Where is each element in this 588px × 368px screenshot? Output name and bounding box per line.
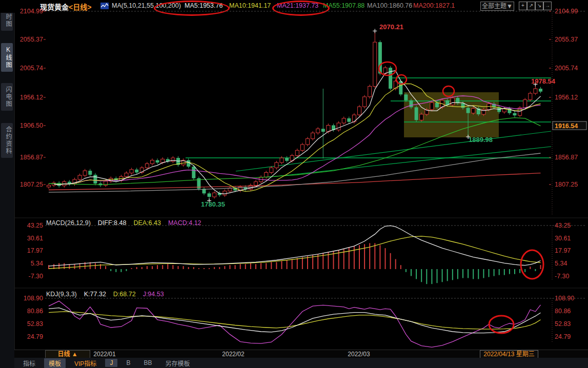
toolbar-item-3[interactable]: VIP指标	[70, 358, 101, 368]
ma-value-label: MA10:1941.17	[229, 2, 271, 9]
svg-text:-7.30: -7.30	[555, 273, 570, 280]
sidebar-tab-3[interactable]: 闪电图	[1, 83, 13, 111]
macd-value-label: MACD:4.12	[168, 219, 201, 227]
ma-value-label: MA200:1827.1	[413, 2, 455, 9]
svg-text:52.83: 52.83	[27, 320, 43, 328]
svg-text:2005.74: 2005.74	[20, 65, 43, 72]
topbar: 现货黄金<日线> MA(5,10,21,55,100,200) MA5:1953…	[0, 0, 588, 13]
svg-text:43.25: 43.25	[555, 222, 571, 229]
svg-text:-7.30: -7.30	[29, 273, 44, 280]
svg-text:5.34: 5.34	[31, 260, 43, 267]
period-label: <日线>	[69, 3, 91, 11]
svg-text:5.34: 5.34	[555, 260, 567, 267]
toolbar-item-1[interactable]: 指标	[18, 358, 40, 368]
date-tick-label: 2022/03	[348, 351, 370, 358]
pan-icon[interactable]: +	[519, 2, 527, 10]
sidebar-tab-4[interactable]: 合约资料	[1, 123, 13, 158]
toolbar-item-5[interactable]: B	[121, 359, 135, 367]
svg-text:1916.54: 1916.54	[555, 122, 578, 130]
toolbar-item-4[interactable]: J	[105, 359, 117, 367]
ma-value-label: MA5:1953.76	[185, 2, 222, 9]
svg-text:52.83: 52.83	[555, 320, 571, 328]
bottom-toolbar: 指标模板VIP指标JBBB另存模板	[14, 358, 588, 368]
kdj-value-label: D:68.72	[113, 291, 136, 298]
svg-text:2055.37: 2055.37	[555, 36, 578, 43]
kdj-header: KDJ(9,3,3)K:77.32D:68.72J:94.53	[46, 291, 171, 298]
ma-value-label: MA100:1860.76	[367, 2, 412, 9]
macd-value-label: DEA:6.43	[133, 219, 161, 227]
svg-text:1856.87: 1856.87	[555, 154, 578, 161]
svg-text:1906.50: 1906.50	[20, 122, 43, 129]
macd-value-label: MACD(26,12,9)	[46, 219, 91, 227]
date-tick-label: 2022/02	[222, 351, 244, 358]
ma-value-label: MA21:1937.73	[277, 2, 318, 9]
shift-right-icon[interactable]: →	[543, 2, 552, 10]
macd-header: MACD(26,12,9)DIFF:8.48DEA:6.43MACD:4.12	[46, 219, 209, 227]
macd-value-label: DIFF:8.48	[98, 219, 127, 227]
svg-text:43.25: 43.25	[27, 222, 43, 229]
svg-text:17.97: 17.97	[555, 247, 571, 254]
svg-text:30.61: 30.61	[555, 235, 571, 242]
scale-down-icon[interactable]: ↘	[535, 2, 543, 10]
svg-text:1807.25: 1807.25	[20, 181, 43, 188]
kline-chart-icon	[100, 2, 109, 12]
scale-up-icon[interactable]: ↗	[527, 2, 535, 10]
main-chart-area[interactable]	[45, 13, 551, 214]
svg-text:108.90: 108.90	[555, 295, 574, 302]
toolbar-item-6[interactable]: BB	[139, 359, 156, 367]
toolbar-item-7[interactable]: 另存模板	[160, 358, 194, 368]
kdj-value-label: K:77.32	[84, 291, 106, 298]
symbol-title: 现货黄金<日线>	[40, 2, 91, 12]
sidebar-tab-2[interactable]: K线图	[1, 43, 13, 72]
period-dropdown[interactable]: 日线 ▲	[45, 350, 90, 358]
kdj-value-label: J:94.53	[143, 291, 164, 298]
svg-text:2005.74: 2005.74	[555, 65, 578, 72]
svg-text:1807.25: 1807.25	[555, 181, 578, 188]
svg-text:24.79: 24.79	[555, 333, 571, 340]
svg-text:108.90: 108.90	[24, 295, 43, 302]
theme-selector-button[interactable]: 全部主题▼	[480, 2, 514, 11]
svg-text:1856.87: 1856.87	[20, 154, 43, 161]
kdj-value-label: KDJ(9,3,3)	[46, 291, 77, 298]
svg-text:17.97: 17.97	[27, 247, 43, 254]
svg-text:24.79: 24.79	[27, 333, 43, 340]
toolbar-item-2[interactable]: 模板	[44, 358, 66, 368]
chart-type-sidebar: 分时图K线图闪电图合约资料	[0, 0, 15, 368]
svg-text:80.86: 80.86	[27, 308, 43, 315]
current-date-box: 2022/04/13 星期三	[480, 350, 538, 358]
svg-text:80.86: 80.86	[555, 308, 571, 315]
macd-panel-area[interactable]	[45, 218, 551, 288]
date-tick-label: 2022/01	[93, 351, 115, 358]
svg-text:30.61: 30.61	[27, 235, 43, 242]
svg-text:2055.37: 2055.37	[20, 36, 43, 43]
trading-terminal-window: { "sidebar": {"tabs": [ {"label": "分时图",…	[0, 0, 588, 368]
ma-settings-label: MA(5,10,21,55,100,200)	[112, 2, 181, 9]
svg-text:1956.12: 1956.12	[555, 94, 578, 101]
svg-text:1956.12: 1956.12	[20, 94, 43, 101]
ma-value-label: MA55:1907.88	[323, 2, 364, 9]
